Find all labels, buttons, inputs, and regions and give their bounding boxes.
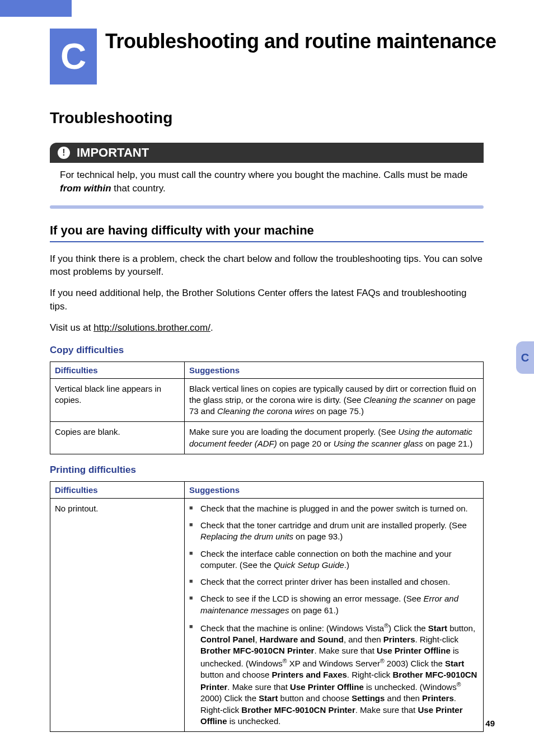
ui-element-name: Brother MFC-9010CN Printer — [241, 705, 355, 715]
ui-element-name: Start — [428, 623, 447, 633]
registered-mark: ® — [457, 681, 461, 688]
text-fragment: .) — [344, 560, 349, 570]
ui-element-name: Printers — [422, 693, 454, 703]
col-header-suggestions: Suggestions — [185, 361, 484, 378]
section-side-tab: C — [516, 341, 534, 374]
difficulty-cell: No printout. — [50, 498, 185, 731]
ui-element-name: Brother MFC-9010CN Printer — [200, 646, 314, 655]
copy-difficulties-title: Copy difficulties — [50, 345, 484, 356]
xref-link[interactable]: Using the scanner glass — [334, 439, 423, 448]
ui-element-name: Hardware and Sound — [260, 635, 344, 644]
text-fragment: on page 93.) — [293, 532, 343, 541]
visit-suffix: . — [210, 322, 213, 333]
xref-link[interactable]: Replacing the drum units — [200, 532, 293, 541]
list-item: Check that the toner cartridge and drum … — [189, 520, 479, 543]
text-fragment: . Right-click — [347, 670, 393, 679]
xref-link[interactable]: Quick Setup Guide — [274, 560, 344, 570]
text-fragment: , and then — [344, 635, 383, 644]
text-fragment: . Make sure that — [227, 682, 290, 692]
text-fragment: Check to see if the LCD is showing an er… — [200, 594, 424, 603]
list-item: Check that the correct printer driver ha… — [189, 576, 479, 588]
text-fragment: 2000) Click the — [200, 693, 259, 703]
page-number: 49 — [485, 719, 495, 728]
chapter-letter-box: C — [50, 29, 97, 84]
visit-prefix: Visit us at — [50, 322, 93, 333]
text-fragment: Check that the machine is online: (Windo… — [200, 623, 384, 633]
text-fragment: on page 21.) — [423, 439, 472, 448]
important-label: IMPORTANT — [77, 145, 149, 160]
ui-element-name: Start — [259, 693, 278, 703]
ui-element-name: Printers and Faxes — [272, 670, 347, 679]
text-fragment: Check that the toner cartridge and drum … — [200, 520, 467, 530]
list-item: Check to see if the LCD is showing an er… — [189, 593, 479, 616]
solutions-url[interactable]: http://solutions.brother.com/ — [93, 322, 210, 333]
text-fragment: Make sure you are loading the document p… — [189, 427, 398, 436]
intro-paragraph-1: If you think there is a problem, check t… — [50, 252, 484, 279]
text-fragment: on page 75.) — [314, 406, 363, 416]
text-fragment: . Make sure that — [314, 646, 377, 655]
table-row: Copies are blank. Make sure you are load… — [50, 422, 484, 454]
text-fragment: , — [255, 635, 260, 644]
text-fragment: . Right-click — [415, 635, 459, 644]
ui-element-name: Use Printer Offline — [377, 646, 451, 655]
registered-mark: ® — [380, 658, 385, 664]
important-text-2: that country. — [111, 183, 166, 194]
table-header-row: Difficulties Suggestions — [50, 361, 484, 378]
text-fragment: 2003) Click the — [385, 659, 445, 668]
table-header-row: Difficulties Suggestions — [50, 481, 484, 498]
text-fragment: on page 61.) — [289, 605, 338, 615]
text-fragment: . Make sure that — [355, 705, 418, 715]
difficulty-cell: Copies are blank. — [50, 422, 185, 454]
text-fragment: button, — [447, 623, 475, 633]
suggestion-cell: Make sure you are loading the document p… — [185, 422, 484, 454]
subsection-heading: If you are having difficulty with your m… — [50, 223, 484, 242]
copy-difficulties-table: Difficulties Suggestions Vertical black … — [50, 361, 484, 454]
suggestion-cell: Black vertical lines on copies are typic… — [185, 378, 484, 422]
important-emphasis: from within — [60, 183, 111, 194]
registered-mark: ® — [384, 622, 388, 629]
col-header-suggestions: Suggestions — [185, 481, 484, 498]
list-item: Check the interface cable connection on … — [189, 548, 479, 571]
header-accent-bar — [0, 0, 72, 17]
chapter-title: Troubleshooting and routine maintenance — [105, 29, 496, 84]
printing-difficulties-title: Printing difficulties — [50, 464, 484, 476]
important-callout-header: ! IMPORTANT — [50, 143, 484, 163]
table-row: No printout. Check that the machine is p… — [50, 498, 484, 731]
text-fragment: ) Click the — [388, 623, 428, 633]
text-fragment: is unchecked. — [227, 716, 281, 726]
table-row: Vertical black line appears in copies. B… — [50, 378, 484, 422]
text-fragment: and then — [385, 693, 422, 703]
col-header-difficulties: Difficulties — [50, 481, 185, 498]
ui-element-name: Control Panel — [200, 635, 255, 644]
ui-element-name: Use Printer Offline — [290, 682, 364, 692]
intro-paragraph-3: Visit us at http://solutions.brother.com… — [50, 321, 484, 335]
section-heading-troubleshooting: Troubleshooting — [50, 109, 484, 127]
printing-difficulties-table: Difficulties Suggestions No printout. Ch… — [50, 481, 484, 732]
important-icon: ! — [58, 147, 70, 159]
xref-link[interactable]: Cleaning the corona wires — [217, 406, 314, 416]
divider-rule — [50, 205, 484, 209]
intro-paragraph-2: If you need additional help, the Brother… — [50, 287, 484, 313]
suggestion-list: Check that the machine is plugged in and… — [189, 503, 479, 727]
ui-element-name: Settings — [352, 693, 385, 703]
text-fragment: XP and Windows Server — [287, 659, 380, 668]
important-text-1: For technical help, you must call the co… — [60, 170, 468, 180]
chapter-header: C Troubleshooting and routine maintenanc… — [50, 29, 496, 84]
text-fragment: on page 20 or — [277, 439, 334, 448]
suggestion-cell: Check that the machine is plugged in and… — [185, 498, 484, 731]
xref-link[interactable]: Cleaning the scanner — [364, 395, 443, 405]
text-fragment: button and choose — [200, 670, 272, 679]
ui-element-name: Start — [445, 659, 464, 668]
text-fragment: is unchecked. (Windows — [364, 682, 457, 692]
difficulty-cell: Vertical black line appears in copies. — [50, 378, 185, 422]
text-fragment: button and choose — [278, 693, 352, 703]
col-header-difficulties: Difficulties — [50, 361, 185, 378]
list-item: Check that the machine is online: (Windo… — [189, 622, 479, 727]
important-callout-body: For technical help, you must call the co… — [50, 163, 484, 198]
page-content: Troubleshooting ! IMPORTANT For technica… — [50, 109, 484, 732]
ui-element-name: Printers — [383, 635, 415, 644]
list-item: Check that the machine is plugged in and… — [189, 503, 479, 514]
